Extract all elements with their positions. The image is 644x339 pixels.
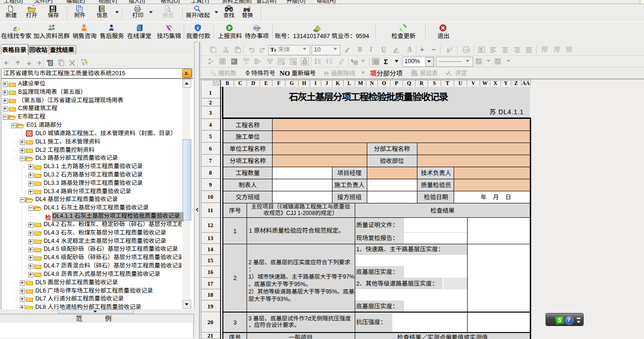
svg-text:3: 3 (214, 73, 216, 76)
svg-text:1/a: 1/a (464, 48, 468, 52)
